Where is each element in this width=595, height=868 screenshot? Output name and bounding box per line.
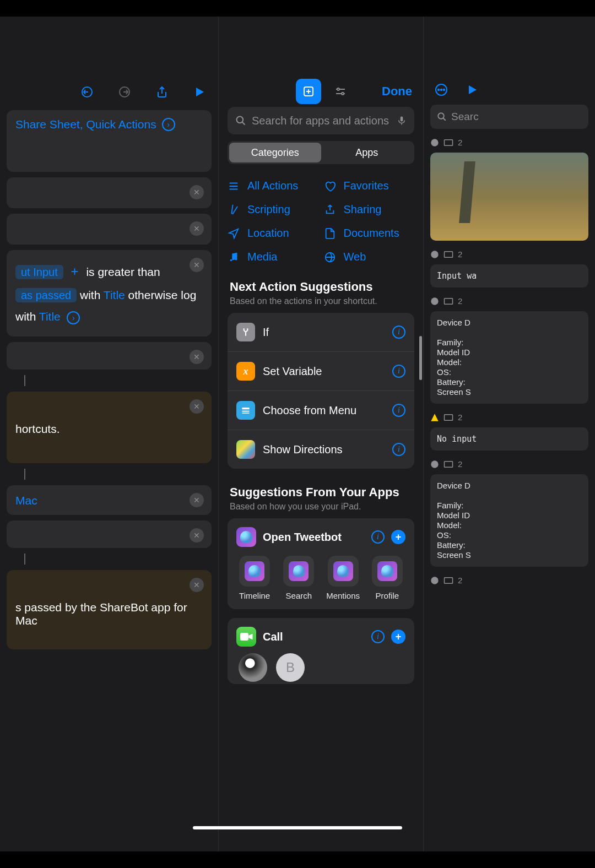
svg-point-17 — [438, 113, 444, 119]
log-entry[interactable]: 2 — [430, 135, 588, 241]
mac-link[interactable]: Mac — [15, 494, 37, 507]
category-sharing[interactable]: Sharing — [324, 203, 415, 216]
device-icon — [443, 414, 453, 421]
action-block[interactable]: ✕ — [7, 177, 212, 208]
svg-point-22 — [431, 297, 438, 305]
action-block[interactable]: Mac ✕ — [7, 485, 212, 515]
variable-token[interactable]: ut Input — [15, 265, 63, 279]
add-action-button[interactable]: + — [391, 630, 405, 644]
svg-rect-23 — [445, 298, 453, 304]
variable-token[interactable]: as passed — [15, 288, 77, 302]
action-choose-from-menu[interactable]: Choose from Menu i — [228, 391, 414, 430]
svg-rect-26 — [445, 461, 453, 467]
library-tab[interactable] — [296, 79, 321, 104]
apps-segment[interactable]: Apps — [321, 143, 413, 162]
settings-tab[interactable] — [328, 79, 353, 104]
info-icon[interactable]: i — [392, 443, 405, 456]
info-icon[interactable]: i — [371, 630, 385, 643]
add-action-button[interactable]: + — [391, 530, 405, 544]
action-search-input[interactable] — [228, 107, 414, 134]
comment-block[interactable]: ✕ s passed by the ShareBot app for Mac — [7, 570, 212, 649]
category-location[interactable]: Location — [228, 227, 318, 240]
home-indicator[interactable] — [193, 826, 402, 829]
facetime-suggestion-card: Call i + B — [228, 618, 414, 684]
category-scripting[interactable]: Scripting — [228, 203, 318, 216]
log-entry[interactable]: 2 Device D Family: Model ID Model: OS: B… — [430, 457, 588, 567]
undo-button[interactable] — [79, 84, 95, 100]
device-icon — [443, 460, 453, 468]
input-source-row[interactable]: Share Sheet, Quick Actions › — [7, 110, 212, 139]
log-search-input[interactable] — [430, 105, 588, 129]
close-icon[interactable]: ✕ — [190, 399, 204, 414]
title-param[interactable]: Title — [104, 289, 125, 301]
action-set-variable[interactable]: x Set Variable i — [228, 352, 414, 391]
facetime-icon — [236, 627, 256, 647]
action-show-directions[interactable]: Show Directions i — [228, 430, 414, 469]
tweetbot-suggestion-card: Open Tweetbot i + Timeline Search Mentio… — [228, 518, 414, 609]
svg-rect-12 — [242, 413, 249, 414]
close-icon[interactable]: ✕ — [190, 221, 204, 236]
info-icon[interactable]: i — [392, 365, 405, 378]
close-icon[interactable]: ✕ — [190, 258, 204, 272]
more-button[interactable] — [434, 82, 449, 97]
svg-point-3 — [337, 88, 339, 90]
close-icon[interactable]: ✕ — [190, 185, 204, 199]
info-icon — [430, 250, 439, 259]
play-button[interactable] — [192, 84, 207, 100]
info-icon[interactable]: i — [392, 404, 405, 417]
redo-button — [117, 84, 132, 100]
app-suggestions-subheading: Based on how you use your iPad. — [219, 502, 423, 518]
close-icon[interactable]: ✕ — [190, 350, 204, 364]
contact-avatar[interactable] — [239, 653, 267, 682]
info-icon — [430, 297, 439, 306]
contact-avatar[interactable]: B — [276, 653, 305, 682]
add-token-icon[interactable]: + — [67, 264, 83, 279]
close-icon[interactable]: ✕ — [190, 578, 204, 592]
call-action[interactable]: Call — [263, 631, 365, 643]
title-param[interactable]: Title — [39, 310, 61, 323]
library-segmented-control[interactable]: Categories Apps — [228, 141, 414, 164]
comment-block[interactable]: ✕ hortcuts. — [7, 392, 212, 463]
tweetbot-mentions[interactable]: Mentions — [325, 556, 361, 600]
mic-icon[interactable] — [397, 115, 407, 127]
action-if[interactable]: If i — [228, 313, 414, 352]
info-icon[interactable]: i — [392, 326, 405, 339]
scroll-indicator[interactable] — [419, 336, 422, 380]
shortcut-editor-panel: Share Sheet, Quick Actions › ✕ ✕ ✕ ut In… — [0, 17, 218, 851]
svg-rect-19 — [445, 139, 453, 145]
device-icon — [443, 297, 453, 305]
svg-point-27 — [431, 577, 438, 584]
result-thumbnail[interactable] — [430, 153, 588, 241]
tweetbot-search[interactable]: Search — [280, 556, 317, 600]
category-web[interactable]: Web — [324, 251, 415, 263]
categories-segment[interactable]: Categories — [229, 143, 321, 162]
action-block[interactable]: ✕ — [7, 214, 212, 245]
action-block[interactable]: ✕ — [7, 520, 212, 548]
category-favorites[interactable]: Favorites — [324, 180, 415, 192]
category-all-actions[interactable]: All Actions — [228, 180, 318, 192]
done-button[interactable]: Done — [382, 84, 412, 99]
if-action-block[interactable]: ✕ ut Input + is greater than as passed w… — [7, 250, 212, 337]
tweetbot-icon — [236, 527, 256, 547]
log-entry[interactable]: 2 — [430, 573, 588, 587]
tweetbot-profile[interactable]: Profile — [369, 556, 405, 600]
log-entry-warning[interactable]: 2 No input — [430, 410, 588, 451]
share-button[interactable] — [154, 84, 170, 100]
tweetbot-timeline[interactable]: Timeline — [236, 556, 273, 600]
open-tweetbot-action[interactable]: Open Tweetbot — [263, 531, 365, 544]
app-suggestions-heading: Suggestions From Your Apps — [219, 480, 423, 502]
svg-rect-24 — [445, 414, 453, 420]
play-button[interactable] — [464, 82, 480, 97]
info-icon[interactable]: i — [371, 530, 385, 544]
search-icon — [235, 115, 246, 126]
close-icon[interactable]: ✕ — [190, 528, 204, 542]
log-entry[interactable]: 2 Input wa — [430, 247, 588, 287]
action-block[interactable]: ✕ — [7, 342, 212, 370]
category-media[interactable]: Media — [228, 251, 318, 263]
close-icon[interactable]: ✕ — [190, 493, 204, 507]
category-documents[interactable]: Documents — [324, 227, 415, 240]
svg-rect-10 — [242, 408, 249, 409]
device-icon — [443, 139, 453, 147]
log-entry[interactable]: 2 Device D Family: Model ID Model: OS: B… — [430, 294, 588, 404]
svg-rect-6 — [401, 117, 403, 122]
